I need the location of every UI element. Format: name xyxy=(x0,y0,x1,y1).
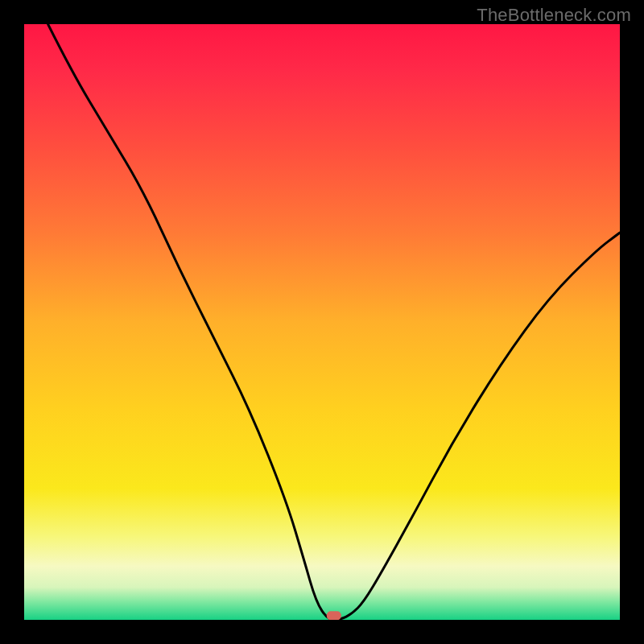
chart-frame: TheBottleneck.com xyxy=(0,0,644,644)
watermark-text: TheBottleneck.com xyxy=(477,5,631,26)
bottleneck-chart xyxy=(24,24,620,620)
optimal-point-marker xyxy=(327,611,341,620)
